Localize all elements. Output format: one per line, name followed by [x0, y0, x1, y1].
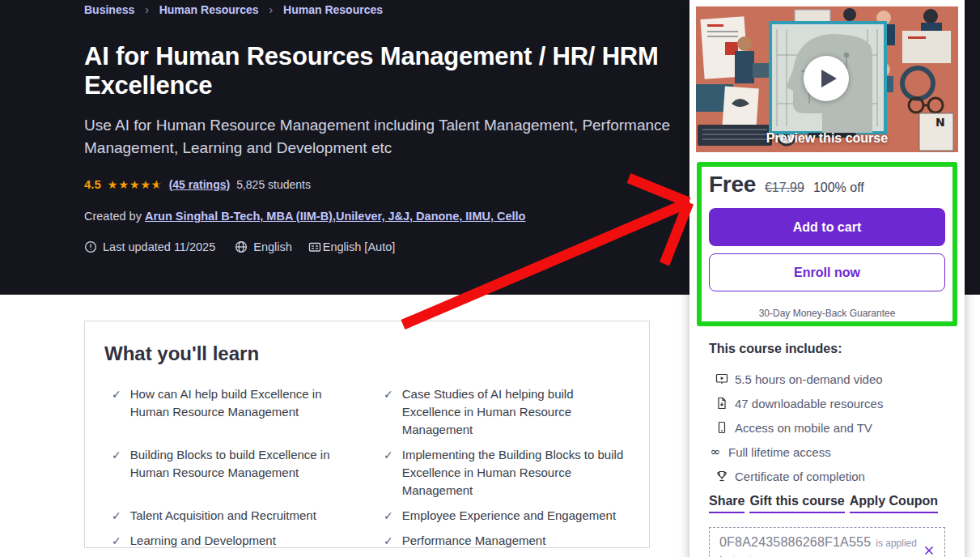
breadcrumb-human-resources-2[interactable]: Human Resources	[283, 3, 383, 16]
course-subtitle: Use AI for Human Resource Management inc…	[84, 114, 683, 159]
alert-icon	[84, 240, 97, 253]
share-link[interactable]: Share	[709, 494, 745, 513]
learn-item: ✓ Performance Management	[384, 532, 655, 550]
add-to-cart-button[interactable]: Add to cart	[709, 208, 945, 246]
created-by-row: Created by Arun Singhal B-Tech, MBA (IIM…	[84, 210, 525, 223]
course-title: AI for Human Resources Management / HR/ …	[84, 42, 659, 100]
coupon-status: is applied	[876, 538, 917, 549]
breadcrumb-human-resources[interactable]: Human Resources	[159, 3, 259, 16]
check-icon: ✓	[112, 446, 121, 464]
rating-row: 4.5 ★★★★☆★ (45 ratings) 5,825 students	[84, 177, 311, 191]
students-count: 5,825 students	[236, 178, 311, 191]
what-youll-learn-title: What you'll learn	[104, 342, 649, 365]
discount-percent: 100% off	[813, 181, 864, 195]
play-button-icon[interactable]	[804, 56, 849, 101]
infinity-icon: ∞	[709, 445, 722, 458]
gift-course-link[interactable]: Gift this course	[749, 494, 844, 513]
card-links-row: Share Gift this course Apply Coupon	[709, 494, 938, 513]
includes-item: Certificate of completion	[709, 464, 945, 488]
star-icon: ★	[129, 178, 141, 191]
purchase-section: Free €17.99 100% off Add to cart Enroll …	[689, 152, 965, 557]
learn-item: ✓ Implementing the Building Blocks to bu…	[384, 446, 655, 500]
created-by-label: Created by	[84, 210, 142, 223]
breadcrumb-separator: ›	[145, 3, 149, 16]
rating-value: 4.5	[84, 177, 101, 191]
check-icon: ✓	[112, 385, 121, 403]
star-icon: ★	[141, 178, 152, 191]
globe-icon	[235, 240, 248, 253]
video-icon	[715, 372, 728, 385]
course-includes-title: This course includes:	[709, 342, 945, 356]
check-icon: ✓	[384, 507, 393, 525]
current-price: Free	[709, 172, 756, 198]
course-includes-list: 5.5 hours on-demand video 47 downloadabl…	[709, 367, 945, 488]
learn-item: ✓ Building Blocks to build Excellence in…	[112, 446, 384, 500]
closed-captions-icon	[308, 240, 321, 253]
price-row: Free €17.99 100% off	[709, 172, 945, 198]
course-meta-row: Last updated 11/2025 English	[84, 240, 395, 253]
breadcrumb-separator: ›	[269, 3, 274, 16]
breadcrumb: Business › Human Resources › Human Resou…	[84, 3, 383, 16]
apply-coupon-link[interactable]: Apply Coupon	[850, 494, 938, 513]
learn-item: ✓ Learning and Development	[112, 532, 384, 550]
enroll-now-button[interactable]: Enroll now	[709, 253, 945, 291]
original-price: €17.99	[765, 181, 804, 195]
star-icon: ★	[108, 178, 119, 191]
check-icon: ✓	[112, 532, 121, 550]
star-rating-icons: ★★★★☆★	[108, 179, 163, 190]
check-icon: ✓	[112, 507, 121, 525]
download-file-icon	[715, 397, 728, 410]
includes-item: 5.5 hours on-demand video	[709, 367, 945, 391]
course-preview-video[interactable]: N Preview this	[696, 6, 958, 152]
mobile-icon	[715, 421, 728, 434]
check-icon: ✓	[384, 385, 393, 403]
remove-coupon-icon[interactable]	[922, 543, 936, 557]
ratings-count-link[interactable]: (45 ratings)	[169, 178, 230, 191]
trophy-icon	[715, 470, 728, 483]
includes-item: ∞ Full lifetime access	[709, 440, 945, 464]
coupon-code: 0F8A2435886268F1A555	[719, 535, 871, 550]
includes-item: 47 downloadable resources	[709, 391, 945, 415]
course-language: English	[235, 240, 292, 253]
applied-coupon-box: 0F8A2435886268F1A555 is applied Instruct…	[709, 527, 945, 557]
purchase-card: N Preview this	[689, 0, 965, 557]
learn-item: ✓ Talent Acquisition and Recruitment	[112, 507, 384, 525]
course-captions: English [Auto]	[308, 240, 395, 253]
preview-course-label: Preview this course	[696, 131, 958, 146]
star-icon: ★	[118, 178, 129, 191]
last-updated: Last updated 11/2025	[84, 240, 215, 253]
what-youll-learn-panel: What you'll learn ✓ How can AI help buil…	[84, 321, 650, 548]
breadcrumb-business[interactable]: Business	[84, 3, 134, 16]
check-icon: ✓	[384, 532, 393, 550]
includes-item: Access on mobile and TV	[709, 415, 945, 440]
course-landing-page: Business › Human Resources › Human Resou…	[0, 0, 980, 557]
learn-item: ✓ Employee Experience and Engagement	[384, 507, 655, 525]
check-icon: ✓	[384, 446, 393, 464]
learn-item: ✓ How can AI help build Excellence in Hu…	[112, 385, 384, 439]
money-back-guarantee: 30-Day Money-Back Guarantee	[709, 308, 945, 319]
svg-text:N: N	[935, 116, 945, 129]
star-half-icon: ☆★	[151, 179, 163, 190]
instructor-link[interactable]: Arun Singhal B-Tech, MBA (IIM-B),Unileve…	[145, 210, 526, 223]
what-youll-learn-list: ✓ How can AI help build Excellence in Hu…	[85, 365, 649, 557]
learn-item: ✓ Case Studies of AI helping build Excel…	[384, 385, 655, 439]
